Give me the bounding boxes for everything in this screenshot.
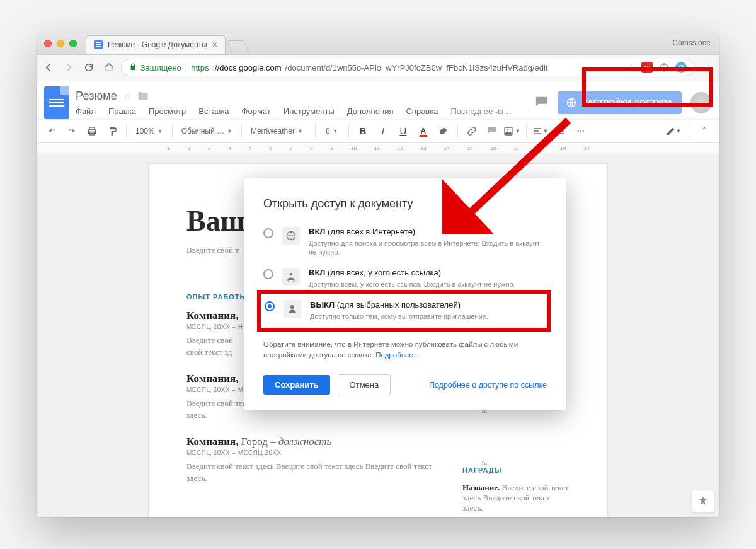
menu-file[interactable]: Файл (76, 107, 96, 116)
menu-lastedit[interactable]: Последнее из… (450, 107, 512, 116)
svg-point-9 (290, 305, 294, 309)
svg-rect-5 (505, 127, 512, 135)
star-document-icon[interactable]: ☆ (123, 91, 131, 101)
italic-icon[interactable]: I (374, 122, 392, 140)
browser-window: Резюме - Google Документы × Comss.one За… (37, 32, 719, 517)
tab-title: Резюме - Google Документы (108, 40, 207, 49)
url-path: /document/d/1wn55o-APlo_wYrPJ0foZB6w_fFb… (285, 63, 548, 72)
explore-fab[interactable] (692, 490, 714, 512)
section-awards-label: НАГРАДЫ (462, 466, 570, 474)
globe-icon (282, 227, 300, 245)
back-button[interactable] (43, 62, 54, 73)
google-docs-logo-icon[interactable] (44, 86, 69, 119)
award-item: Название. Введите свой текст здесь Введи… (462, 483, 570, 513)
new-tab-button[interactable] (227, 40, 249, 54)
underline-icon[interactable]: U (394, 122, 412, 140)
browser-tab-active[interactable]: Резюме - Google Документы × (86, 35, 226, 54)
docs-favicon-icon (94, 40, 103, 49)
minimize-window-btn[interactable] (57, 40, 64, 47)
align-icon[interactable]: ▼ (532, 122, 549, 140)
url-host: ://docs.google.com (212, 63, 281, 72)
svg-point-6 (507, 129, 508, 130)
close-window-btn[interactable] (44, 40, 52, 47)
learn-more-link[interactable]: Подробнее... (375, 351, 419, 359)
bookmark-star-icon[interactable]: ☆ (627, 63, 635, 72)
close-tab-icon[interactable]: × (212, 40, 217, 50)
document-title[interactable]: Резюме (76, 90, 117, 103)
calendar-extension-icon[interactable]: 10 (641, 62, 653, 73)
collapse-toolbar-icon[interactable]: ˆ (696, 122, 713, 140)
font-family-select[interactable]: Merriweather▼ (247, 122, 310, 140)
insert-image-icon[interactable]: ▼ (503, 122, 521, 140)
share-option-anyone-link[interactable]: ВКЛ (для всех, у кого есть ссылка) Досту… (263, 268, 547, 289)
url-divider: | (185, 63, 187, 72)
globe-extension-icon[interactable] (659, 62, 669, 72)
home-button[interactable] (103, 62, 115, 73)
menu-edit[interactable]: Правка (108, 107, 136, 116)
save-button[interactable]: Сохранить (263, 375, 330, 395)
font-size-select[interactable]: 6▼ (321, 122, 343, 140)
menu-addons[interactable]: Дополнения (347, 107, 394, 116)
menu-tools[interactable]: Инструменты (284, 107, 335, 116)
highlighted-option-annotation: ВЫКЛ (для выбранных пользователей) Досту… (257, 290, 551, 331)
share-option-public[interactable]: ВКЛ (для всех в Интернете) Доступно для … (263, 227, 547, 257)
window-controls (44, 40, 77, 47)
dialog-title: Открыть доступ к документу (263, 197, 547, 211)
address-bar[interactable]: Защищено | https://docs.google.com/docum… (121, 59, 695, 76)
redo-icon[interactable]: ↷ (63, 122, 81, 140)
menu-view[interactable]: Просмотр (149, 107, 186, 116)
dialog-note: Обратите внимание, что в Интернете можно… (263, 339, 547, 361)
link-sharing-more-link[interactable]: Подробнее о доступе по ссылке (429, 381, 547, 390)
undo-icon[interactable]: ↶ (43, 122, 60, 140)
print-icon[interactable] (83, 122, 101, 140)
radio-icon[interactable] (263, 228, 273, 238)
reload-button[interactable] (83, 62, 94, 73)
menu-insert[interactable]: Вставка (198, 107, 229, 116)
bold-icon[interactable]: B (354, 122, 372, 140)
browser-toolbar: Защищено | https://docs.google.com/docum… (37, 55, 719, 81)
cancel-button[interactable]: Отмена (338, 374, 391, 395)
r-extension-icon[interactable]: R (675, 62, 687, 73)
editing-mode-icon[interactable]: ▼ (665, 122, 682, 140)
maximize-window-btn[interactable] (69, 40, 77, 47)
person-icon (284, 300, 301, 318)
comments-icon[interactable] (535, 96, 549, 110)
globe-icon (566, 98, 576, 108)
insert-comment-icon[interactable] (483, 122, 501, 140)
watermark: Comss.one (672, 38, 711, 47)
insert-link-icon[interactable] (463, 122, 481, 140)
share-button[interactable]: НАСТРОЙКИ ДОСТУПА (558, 91, 682, 114)
highlight-color-icon[interactable] (435, 122, 452, 140)
paragraph-style-select[interactable]: Обычный …▼ (178, 122, 236, 140)
person-link-icon (282, 268, 300, 286)
paint-format-icon[interactable] (103, 122, 121, 140)
share-button-label: НАСТРОЙКИ ДОСТУПА (581, 98, 673, 107)
menu-bar: Файл Правка Просмотр Вставка Формат Инст… (76, 107, 529, 116)
secure-badge: Защищено (129, 63, 181, 72)
browser-menu-icon[interactable]: ⋮ (705, 63, 713, 72)
line-spacing-icon[interactable] (552, 122, 570, 140)
browser-tabs: Резюме - Google Документы × (86, 35, 247, 54)
user-avatar[interactable] (690, 92, 712, 113)
url-scheme: https (191, 63, 209, 72)
radio-icon[interactable] (263, 269, 273, 279)
zoom-select[interactable]: 100%▼ (132, 122, 167, 140)
mac-titlebar: Резюме - Google Документы × Comss.one (37, 32, 719, 55)
svg-point-8 (290, 273, 293, 276)
move-folder-icon[interactable] (137, 90, 149, 101)
text-color-icon[interactable]: A (415, 122, 432, 140)
share-option-specific-people[interactable]: ВЫКЛ (для выбранных пользователей) Досту… (265, 300, 543, 321)
radio-icon[interactable] (265, 301, 275, 311)
more-toolbar-icon[interactable]: ⋯ (572, 122, 590, 140)
menu-help[interactable]: Справка (406, 107, 438, 116)
docs-header: Резюме ☆ Файл Правка Просмотр Вставка Фо… (37, 81, 719, 119)
formatting-toolbar: ↶ ↷ 100%▼ Обычный …▼ Merriweather▼ 6▼ B … (37, 119, 719, 143)
menu-format[interactable]: Формат (242, 107, 271, 116)
link-sharing-dialog: Открыть доступ к документу ВКЛ (для всех… (244, 178, 566, 411)
ruler: 1234567891011121314151617181920 (37, 143, 719, 154)
forward-button[interactable] (63, 62, 74, 73)
